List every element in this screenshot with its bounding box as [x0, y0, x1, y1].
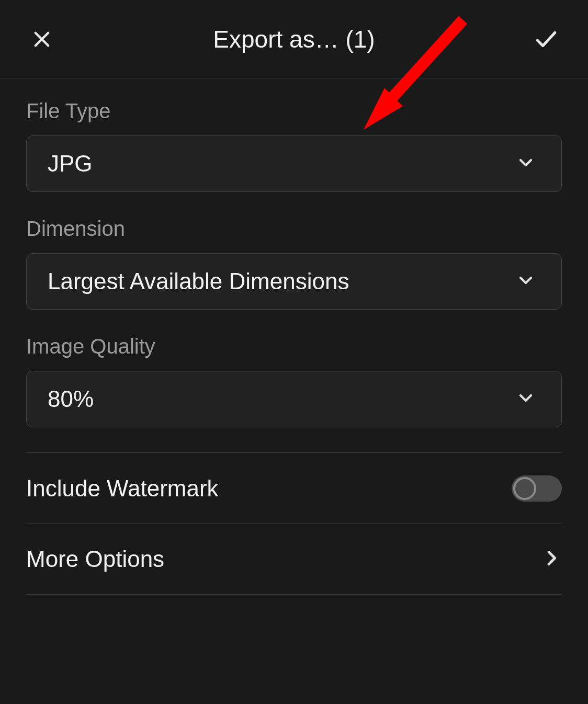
more-options-label: More Options	[26, 546, 164, 572]
dimension-label: Dimension	[26, 217, 562, 241]
chevron-down-icon	[515, 152, 536, 175]
close-button[interactable]	[29, 26, 55, 52]
close-icon	[31, 28, 53, 50]
toggle-knob	[513, 477, 536, 500]
include-watermark-label: Include Watermark	[26, 475, 219, 502]
page-title: Export as… (1)	[55, 25, 533, 53]
image-quality-dropdown[interactable]: 80%	[26, 371, 562, 427]
image-quality-label: Image Quality	[26, 335, 562, 358]
content-area: File Type JPG Dimension Largest Availabl…	[0, 78, 588, 595]
include-watermark-row[interactable]: Include Watermark	[26, 452, 562, 524]
image-quality-value: 80%	[48, 386, 94, 412]
file-type-label: File Type	[26, 99, 562, 123]
checkmark-icon	[533, 26, 559, 52]
header-bar: Export as… (1)	[0, 0, 588, 78]
file-type-value: JPG	[48, 151, 93, 177]
confirm-button[interactable]	[533, 26, 559, 52]
more-options-row[interactable]: More Options	[26, 524, 562, 595]
chevron-right-icon	[541, 548, 562, 571]
file-type-dropdown[interactable]: JPG	[26, 135, 562, 192]
chevron-down-icon	[515, 388, 536, 411]
dimension-value: Largest Available Dimensions	[48, 268, 349, 294]
include-watermark-toggle[interactable]	[512, 475, 562, 502]
chevron-down-icon	[515, 270, 536, 293]
dimension-dropdown[interactable]: Largest Available Dimensions	[26, 253, 562, 310]
